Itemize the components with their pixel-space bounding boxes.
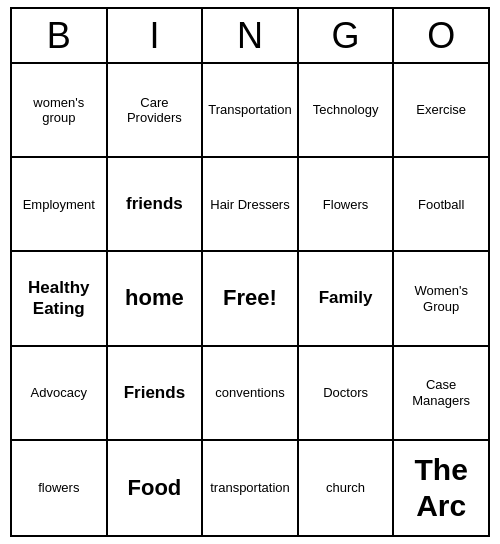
bingo-cell: Technology xyxy=(299,64,395,158)
header-letter: N xyxy=(203,9,299,64)
bingo-row: AdvocacyFriendsconventionsDoctorsCase Ma… xyxy=(12,347,488,441)
bingo-cell: Advocacy xyxy=(12,347,108,441)
bingo-cell: home xyxy=(108,252,204,346)
bingo-cell: The Arc xyxy=(394,441,488,535)
bingo-card: BINGO women's groupCare ProvidersTranspo… xyxy=(10,7,490,537)
bingo-cell: church xyxy=(299,441,395,535)
bingo-cell: friends xyxy=(108,158,204,252)
bingo-cell: Care Providers xyxy=(108,64,204,158)
bingo-cell: Hair Dressers xyxy=(203,158,299,252)
bingo-cell: Friends xyxy=(108,347,204,441)
header-letter: I xyxy=(108,9,204,64)
bingo-cell: Family xyxy=(299,252,395,346)
bingo-row: flowersFoodtransportationchurchThe Arc xyxy=(12,441,488,535)
bingo-cell: Football xyxy=(394,158,488,252)
bingo-row: Healthy EatinghomeFree!FamilyWomen's Gro… xyxy=(12,252,488,346)
bingo-cell: flowers xyxy=(12,441,108,535)
bingo-cell: transportation xyxy=(203,441,299,535)
header-letter: G xyxy=(299,9,395,64)
bingo-cell: Flowers xyxy=(299,158,395,252)
bingo-cell: conventions xyxy=(203,347,299,441)
bingo-cell: Women's Group xyxy=(394,252,488,346)
bingo-cell: Food xyxy=(108,441,204,535)
bingo-cell: Doctors xyxy=(299,347,395,441)
header-letter: B xyxy=(12,9,108,64)
bingo-grid: women's groupCare ProvidersTransportatio… xyxy=(12,64,488,535)
bingo-cell: Transportation xyxy=(203,64,299,158)
bingo-cell: Exercise xyxy=(394,64,488,158)
bingo-cell: Healthy Eating xyxy=(12,252,108,346)
bingo-cell: Free! xyxy=(203,252,299,346)
bingo-row: women's groupCare ProvidersTransportatio… xyxy=(12,64,488,158)
bingo-header: BINGO xyxy=(12,9,488,64)
header-letter: O xyxy=(394,9,488,64)
bingo-row: EmploymentfriendsHair DressersFlowersFoo… xyxy=(12,158,488,252)
bingo-cell: Case Managers xyxy=(394,347,488,441)
bingo-cell: Employment xyxy=(12,158,108,252)
bingo-cell: women's group xyxy=(12,64,108,158)
